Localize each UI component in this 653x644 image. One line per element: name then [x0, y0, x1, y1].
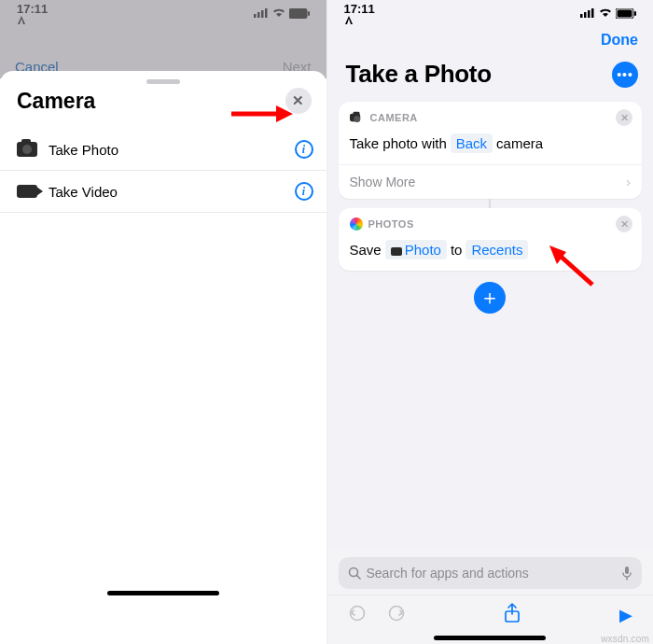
action-description: Save Photo to Recents	[339, 232, 643, 271]
more-options-button[interactable]: •••	[612, 62, 638, 88]
close-icon: ✕	[620, 112, 629, 124]
action-label: Take Photo	[49, 142, 284, 158]
sheet-title: Camera	[17, 89, 95, 114]
action-label: Take Video	[49, 184, 284, 200]
camera-param-token[interactable]: Back	[451, 133, 493, 153]
redo-button[interactable]	[387, 605, 406, 626]
status-time: 17:11	[17, 2, 48, 25]
album-param-token[interactable]: Recents	[465, 240, 528, 259]
action-card-camera[interactable]: CAMERA ✕ Take photo with Back camera Sho…	[339, 102, 643, 199]
svg-rect-5	[290, 9, 305, 17]
card-app-name: CAMERA	[370, 112, 611, 123]
chevron-right-icon: ›	[626, 175, 631, 189]
undo-icon	[348, 605, 367, 622]
header: Take a Photo •••	[327, 49, 654, 102]
status-indicators	[254, 8, 310, 19]
run-button[interactable]: ▶	[619, 605, 632, 625]
svg-rect-11	[588, 10, 590, 18]
plus-icon: ＋	[479, 284, 500, 312]
battery-icon	[616, 8, 636, 19]
sheet-grabber[interactable]	[146, 79, 180, 84]
play-icon: ▶	[619, 606, 632, 624]
close-icon: ✕	[292, 92, 304, 109]
svg-rect-14	[618, 9, 632, 17]
wifi-icon	[599, 8, 612, 18]
svg-rect-3	[265, 8, 268, 18]
svg-rect-6	[308, 11, 310, 16]
svg-rect-9	[580, 14, 583, 18]
home-indicator[interactable]	[107, 591, 219, 595]
video-icon	[17, 185, 37, 198]
info-icon[interactable]: i	[295, 140, 313, 159]
action-connector	[489, 199, 491, 208]
action-card-photos[interactable]: PHOTOS ✕ Save Photo to Recents	[339, 208, 643, 271]
ellipsis-icon: •••	[617, 67, 633, 82]
camera-icon	[17, 142, 37, 157]
home-indicator[interactable]	[434, 636, 546, 640]
close-button[interactable]: ✕	[285, 88, 312, 114]
svg-rect-0	[254, 14, 257, 18]
svg-rect-10	[584, 12, 587, 18]
done-button[interactable]: Done	[601, 32, 638, 49]
camera-icon	[391, 247, 402, 256]
photo-param-token[interactable]: Photo	[385, 240, 447, 259]
search-field[interactable]: Search for apps and actions	[339, 557, 643, 589]
undo-button[interactable]	[348, 605, 367, 626]
card-app-name: PHOTOS	[368, 218, 611, 230]
wifi-icon	[272, 8, 285, 18]
svg-line-19	[356, 576, 360, 580]
svg-rect-2	[261, 10, 264, 18]
redo-icon	[387, 605, 406, 622]
svg-rect-15	[634, 11, 636, 16]
search-placeholder: Search for apps and actions	[367, 566, 529, 581]
status-bar: 17:11	[327, 0, 654, 26]
left-phone-screenshot: 17:11 Cancel Next Camera ✕ Take Pho	[0, 0, 327, 644]
action-list: CAMERA ✕ Take photo with Back camera Sho…	[327, 102, 654, 314]
share-button[interactable]	[504, 603, 521, 627]
share-icon	[504, 603, 521, 623]
watermark: wxsdn.com	[601, 634, 649, 644]
delete-action-button[interactable]: ✕	[616, 216, 632, 232]
shortcut-title[interactable]: Take a Photo	[346, 60, 492, 89]
action-description: Take photo with Back camera	[339, 126, 643, 164]
photos-app-icon	[350, 217, 363, 231]
show-more-button[interactable]: Show More ›	[339, 164, 643, 199]
delete-action-button[interactable]: ✕	[616, 109, 632, 126]
info-icon[interactable]: i	[295, 182, 313, 201]
close-icon: ✕	[620, 218, 629, 231]
action-row-take-photo[interactable]: Take Photo i	[0, 129, 326, 171]
svg-rect-12	[591, 8, 594, 18]
cellular-icon	[254, 8, 269, 18]
status-time: 17:11	[344, 2, 375, 25]
svg-rect-20	[625, 567, 629, 574]
svg-rect-1	[257, 12, 260, 18]
add-action-button[interactable]: ＋	[474, 282, 506, 314]
right-phone-screenshot: 17:11 Done Take a Photo ••• CAME	[327, 0, 654, 644]
search-icon	[348, 567, 361, 580]
action-row-take-video[interactable]: Take Video i	[0, 171, 326, 213]
battery-icon	[289, 8, 310, 19]
action-picker-sheet: Camera ✕ Take Photo i Take Video i	[0, 71, 326, 644]
status-indicators	[580, 8, 636, 19]
nav-bar: Done	[327, 26, 654, 49]
status-bar: 17:11	[0, 0, 326, 26]
cellular-icon	[580, 8, 595, 18]
camera-app-icon	[350, 114, 360, 121]
bottom-bar: Search for apps and actions ▶	[327, 550, 654, 644]
microphone-icon[interactable]	[621, 566, 632, 581]
